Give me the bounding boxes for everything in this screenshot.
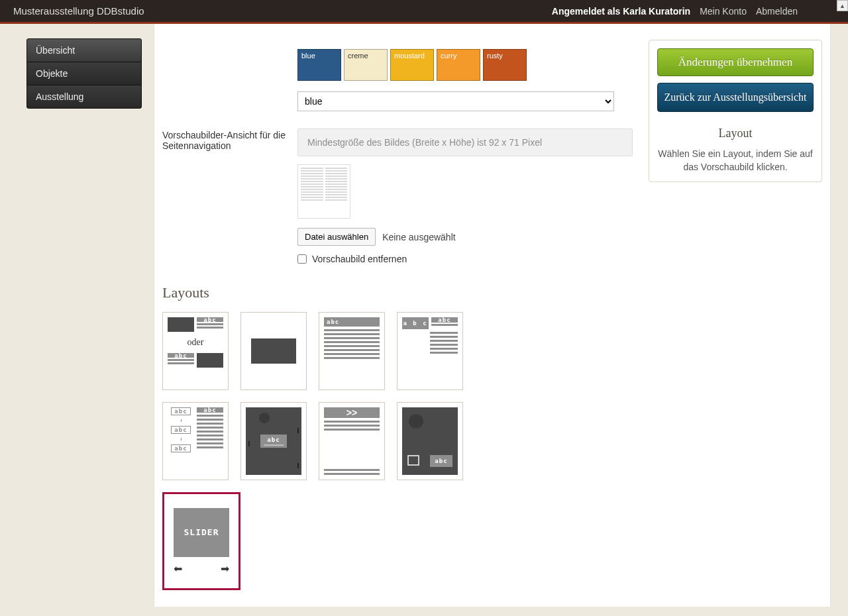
arrow-left-icon: ⬅ [174, 562, 182, 575]
color-select[interactable]: blue [297, 91, 614, 111]
remove-thumbnail-row[interactable]: Vorschaubild entfernen [297, 254, 633, 264]
logged-in-as: Angemeldet als Karla Kuratorin [552, 6, 690, 17]
color-swatches: blue creme moustard curry rusty [297, 49, 633, 81]
remove-thumbnail-checkbox[interactable] [297, 254, 307, 264]
file-chooser-row: Datei auswählen Keine ausgewählt [297, 228, 633, 246]
swatch-creme[interactable]: creme [344, 49, 388, 81]
layout-option-5[interactable]: abc abc abc abc [162, 402, 229, 480]
file-status: Keine ausgewählt [382, 232, 456, 242]
layout-option-4[interactable]: a b c abc [397, 312, 463, 390]
thumbnail-row: Vorschaubilder-Ansicht für die Seitennav… [162, 128, 633, 264]
content: blue creme moustard curry rusty blue Vor… [154, 24, 831, 607]
thumbnail-label: Vorschaubilder-Ansicht für die Seitennav… [162, 128, 286, 264]
swatch-rusty[interactable]: rusty [483, 49, 527, 81]
logout-link[interactable]: Abmelden [756, 6, 798, 17]
layouts-heading: Layouts [162, 284, 633, 301]
topbar-right: Angemeldet als Karla Kuratorin Mein Kont… [552, 6, 835, 17]
aside-layout-heading: Layout [657, 127, 814, 140]
arrow-right-icon: ➡ [221, 562, 229, 575]
aside-column: Änderungen übernehmen Zurück zur Ausstel… [649, 30, 822, 590]
brand-title[interactable]: Musterausstellung DDBstudio [13, 5, 144, 17]
thumbnail-preview [297, 164, 350, 219]
swatch-label: moustard [394, 52, 425, 60]
layout-option-1[interactable]: abc oder abc [162, 312, 229, 390]
swatch-label: rusty [487, 52, 503, 60]
sidebar-item-ausstellung[interactable]: Ausstellung [27, 85, 141, 108]
thumbnail-hint: Mindestgröße des Bildes (Breite x Höhe) … [297, 128, 633, 156]
sidebar-item-objekte[interactable]: Objekte [27, 62, 141, 85]
apply-changes-button[interactable]: Änderungen übernehmen [657, 48, 814, 76]
scrollbar-up-icon[interactable]: ▲ [837, 0, 848, 11]
layout-option-8[interactable]: abc [397, 402, 463, 480]
swatch-curry[interactable]: curry [437, 49, 480, 81]
swatch-label: blue [301, 52, 315, 60]
topbar: Musterausstellung DDBstudio Angemeldet a… [0, 0, 848, 24]
sidebar: Übersicht Objekte Ausstellung [26, 38, 142, 109]
layout-option-3[interactable]: abc [319, 312, 385, 390]
file-choose-button[interactable]: Datei auswählen [297, 228, 376, 246]
main-column: blue creme moustard curry rusty blue Vor… [162, 30, 633, 590]
aside-box: Änderungen übernehmen Zurück zur Ausstel… [649, 40, 822, 182]
color-row: blue creme moustard curry rusty blue [162, 30, 633, 111]
layout-grid: abc oder abc [162, 312, 507, 590]
swatch-label: curry [441, 52, 456, 60]
layout-option-2[interactable] [240, 312, 307, 390]
page-wrap: ▼ Übersicht Objekte Ausstellung blue cre… [0, 24, 848, 616]
color-row-label [162, 30, 286, 111]
layout-option-6[interactable]: abc [240, 402, 307, 480]
sidebar-item-uebersicht[interactable]: Übersicht [27, 39, 141, 62]
oder-label: oder [168, 337, 223, 348]
footer: Erstellt mit Omeka | Ein Service der Deu… [0, 607, 848, 616]
layout-option-7[interactable]: >> [319, 402, 385, 480]
layout-7-chevrons: >> [324, 407, 380, 418]
swatch-blue[interactable]: blue [297, 49, 341, 81]
slider-label: SLIDER [184, 527, 219, 537]
swatch-moustard[interactable]: moustard [390, 49, 434, 81]
back-to-overview-button[interactable]: Zurück zur Ausstellungsübersicht [657, 83, 814, 112]
aside-layout-help: Wählen Sie ein Layout, indem Sie auf das… [657, 147, 814, 174]
layout-option-slider[interactable]: SLIDER ⬅ ➡ [162, 492, 240, 590]
swatch-label: creme [348, 52, 368, 60]
remove-thumbnail-label: Vorschaubild entfernen [312, 254, 407, 264]
my-account-link[interactable]: Mein Konto [700, 6, 747, 17]
